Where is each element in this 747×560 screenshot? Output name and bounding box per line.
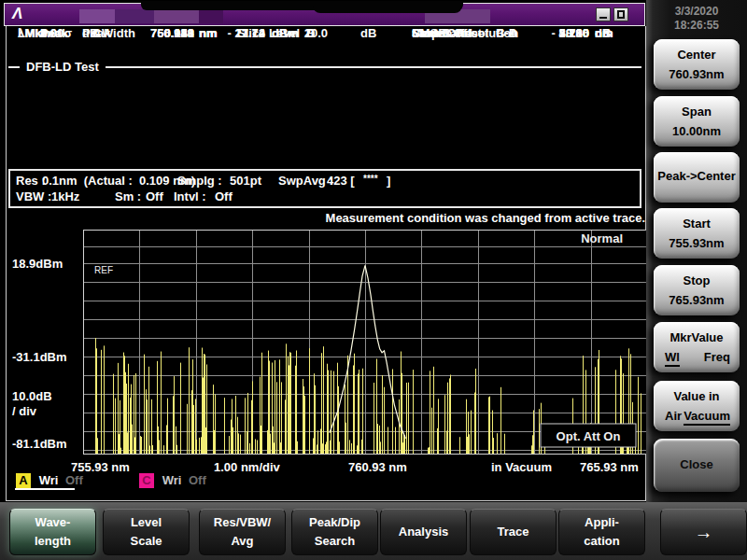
- span-button-label: Span: [654, 105, 740, 119]
- x-axis-medium: in Vacuum: [491, 460, 552, 474]
- search-resolution-label: Search Resolution: [412, 26, 518, 40]
- spectrum-plot: REFNormalOpt. Att On: [83, 230, 647, 455]
- marker-value-toggle-button[interactable]: MkrValue Wl Freq: [654, 322, 740, 372]
- menu-button-wavelength[interactable]: Wave- length: [9, 509, 96, 555]
- analysis-section-title: DFB-LD Test: [20, 60, 106, 74]
- span-button[interactable]: Span 10.00nm: [654, 96, 740, 147]
- x-axis-center: 760.93 nm: [348, 460, 407, 474]
- vbw-label: VBW :: [16, 189, 51, 203]
- sweep-avg-value: 423 [: [327, 174, 355, 188]
- sampling-value: 501pt: [230, 174, 261, 188]
- value-in-toggle-button[interactable]: Value in Air Vacuum: [654, 381, 740, 431]
- db-width-label2: dB Width: [82, 26, 135, 40]
- trace-a-state: Off: [65, 473, 83, 487]
- y-axis-ref-level: 18.9dBm: [12, 257, 63, 271]
- start-button-value: 755.93nm: [654, 236, 740, 250]
- peak-dip-label-1: Peak/Dip: [309, 513, 360, 532]
- softkey-sidebar: 3/3/2020 18:26:55 Center 760.93nm Span 1…: [646, 0, 747, 502]
- datetime-display: 3/3/2020 18:26:55: [646, 5, 747, 33]
- x-axis-stop: 765.93 nm: [580, 460, 639, 474]
- settings-row-2: VBW : 1kHz Sm : Off Intvl : Off: [10, 189, 640, 204]
- spectrum-chart: REFNormalOpt. Att On: [83, 230, 647, 455]
- time-text: 18:26:55: [646, 19, 747, 33]
- value-in-air-option[interactable]: Air: [665, 409, 682, 426]
- sweep-avg-bracket: ]: [387, 174, 390, 188]
- trace-c-mode: Wri: [162, 473, 182, 487]
- value-in-label: Value in: [654, 389, 740, 403]
- x-axis-start: 755.93 nm: [71, 460, 130, 474]
- titlebar-decoration: [115, 9, 154, 23]
- mkr-value-freq-option[interactable]: Freq: [704, 350, 730, 367]
- db-width-unit: nm: [199, 26, 218, 40]
- settings-row-1: Res : 0.1nm (Actual : 0.109 nm) Smplg : …: [10, 174, 640, 189]
- center-wavelength-button[interactable]: Center 760.93nm: [654, 39, 740, 90]
- slice-level-value: 20.0: [298, 26, 328, 40]
- search-resolution-value: 0.10: [519, 26, 589, 40]
- peak-to-center-button[interactable]: Peak->Center: [654, 152, 740, 203]
- smooth-label: Sm :: [115, 189, 141, 203]
- main-display: λMkr A B B-A LMkr C D C-D DFB-LD Test Pe…: [6, 26, 646, 501]
- interval-value: Off: [215, 189, 233, 203]
- menu-button-level-scale[interactable]: Level Scale: [103, 509, 190, 555]
- menu-button-trace[interactable]: Trace: [470, 509, 557, 555]
- sampling-label: Smplg :: [177, 174, 222, 188]
- application-label-1: Appli-: [585, 513, 619, 532]
- sweep-avg-stars: ****: [363, 174, 378, 184]
- trace-a-active-underline: [15, 488, 75, 490]
- value-in-vacuum-option[interactable]: Vacuum: [684, 409, 730, 426]
- trace-label: Trace: [498, 523, 529, 541]
- function-menu-bar: Wave- length Level Scale Res/VBW/ Avg Pe…: [0, 502, 747, 560]
- menu-button-application[interactable]: Appli- cation: [558, 509, 645, 555]
- stop-wavelength-button[interactable]: Stop 765.93nm: [654, 265, 740, 315]
- y-axis-scale-per-div-2: / div: [12, 404, 36, 418]
- trace-a-status[interactable]: A Wri Off: [16, 473, 83, 489]
- slice-level-unit: dB: [360, 26, 376, 40]
- minimize-icon: [599, 17, 607, 19]
- trace-c-badge: C: [139, 473, 154, 488]
- level-scale-label-2: Scale: [131, 532, 162, 551]
- stop-button-label: Stop: [654, 273, 740, 287]
- close-button[interactable]: Close: [654, 439, 740, 492]
- trace-c-state: Off: [189, 473, 206, 487]
- menu-button-analysis[interactable]: Analysis: [380, 509, 467, 555]
- svg-text:Opt. Att On: Opt. Att On: [557, 429, 621, 443]
- db-width-value: 0.121: [141, 26, 194, 40]
- slice-level-label: Slice Level: [237, 26, 300, 40]
- sweep-avg-label: SwpAvg :: [278, 174, 333, 188]
- minimize-button[interactable]: [596, 7, 611, 21]
- right-arrow-icon: →: [695, 523, 713, 541]
- vbw-value: 1kHz: [51, 189, 79, 203]
- x-axis-per-div: 1.00 nm/div: [214, 460, 280, 474]
- close-button-label: Close: [680, 457, 712, 471]
- db-width-label: 3.0: [40, 26, 57, 40]
- date-text: 3/3/2020: [646, 5, 747, 19]
- titlebar-decoration: [154, 9, 199, 23]
- start-wavelength-button[interactable]: Start 755.93nm: [654, 208, 740, 259]
- smooth-value: Off: [146, 189, 163, 203]
- titlebar-decoration: [199, 9, 223, 23]
- trace-a-badge: A: [16, 473, 31, 488]
- interval-label: Intvl :: [174, 189, 206, 203]
- menu-button-res-vbw-avg[interactable]: Res/VBW/ Avg: [199, 509, 286, 555]
- wavelength-label-1: Wave-: [35, 513, 71, 532]
- maximize-button[interactable]: [613, 7, 628, 21]
- anritsu-logo-icon: Λ: [12, 5, 22, 23]
- peak-dip-label-2: Search: [315, 532, 355, 551]
- window-titlebar: Λ: [4, 3, 645, 26]
- titlebar-smudge: [313, 1, 462, 13]
- trace-c-status[interactable]: C Wri Off: [139, 473, 206, 489]
- start-button-label: Start: [654, 217, 740, 231]
- y-axis-min-level: -81.1dBm: [12, 437, 67, 451]
- menu-button-peak-dip-search[interactable]: Peak/Dip Search: [291, 509, 378, 555]
- res-value: 0.1nm (Actual : 0.109 nm): [42, 174, 195, 188]
- level-scale-label-1: Level: [131, 513, 162, 532]
- mkr-value-wl-option[interactable]: Wl: [665, 350, 680, 367]
- search-resolution-unit: dB: [595, 26, 611, 40]
- svg-text:Normal: Normal: [581, 231, 623, 245]
- peak-to-center-label: Peak->Center: [657, 169, 735, 183]
- wavelength-label-2: length: [35, 532, 71, 551]
- y-axis-scale-per-div: 10.0dB: [12, 389, 52, 403]
- sweep-settings-box: Res : 0.1nm (Actual : 0.109 nm) Smplg : …: [8, 169, 641, 208]
- maximize-icon: [617, 10, 625, 19]
- menu-button-more[interactable]: →: [660, 509, 747, 555]
